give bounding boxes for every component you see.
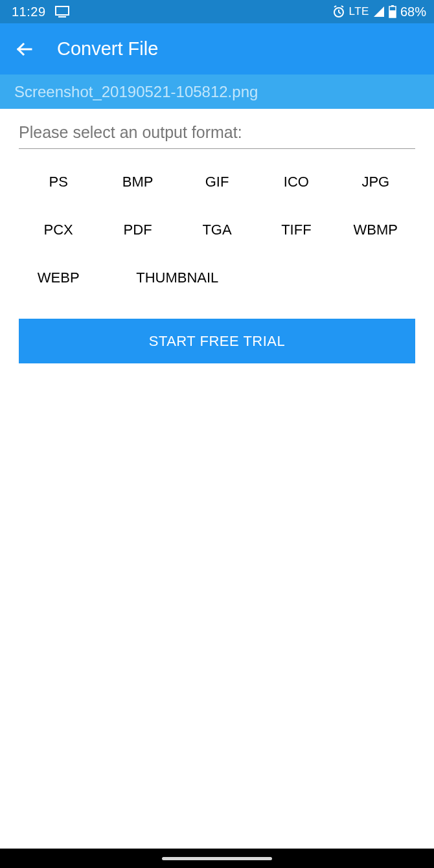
- format-option-bmp[interactable]: BMP: [98, 170, 177, 194]
- format-option-jpg[interactable]: JPG: [336, 170, 415, 194]
- format-option-tga[interactable]: TGA: [177, 218, 257, 242]
- svg-rect-0: [56, 6, 69, 15]
- format-option-wbmp[interactable]: WBMP: [336, 218, 415, 242]
- alarm-icon: [332, 5, 345, 18]
- network-type: LTE: [349, 5, 369, 18]
- svg-rect-1: [58, 16, 66, 17]
- format-option-thumbnail[interactable]: THUMBNAIL: [98, 266, 257, 290]
- filename-text: Screenshot_20190521-105812.png: [14, 83, 258, 101]
- signal-icon: [373, 6, 385, 17]
- format-grid: PS BMP GIF ICO JPG PCX PDF TGA TIFF WBMP…: [19, 170, 415, 290]
- back-icon[interactable]: [16, 40, 34, 58]
- format-option-pcx[interactable]: PCX: [19, 218, 98, 242]
- format-option-webp[interactable]: WEBP: [19, 266, 98, 290]
- svg-line-6: [341, 6, 343, 7]
- start-free-trial-button[interactable]: START FREE TRIAL: [19, 319, 415, 363]
- filename-strip: Screenshot_20190521-105812.png: [0, 74, 434, 109]
- format-option-ico[interactable]: ICO: [257, 170, 336, 194]
- format-option-gif[interactable]: GIF: [177, 170, 257, 194]
- prompt-text: Please select an output format:: [19, 123, 242, 141]
- system-nav-bar: [0, 849, 434, 868]
- home-indicator-icon[interactable]: [162, 857, 272, 860]
- status-bar: 11:29 LTE: [0, 0, 434, 23]
- prompt-row: Please select an output format:: [19, 123, 415, 149]
- battery-percent: 68%: [400, 5, 426, 19]
- page-title: Convert File: [57, 38, 158, 60]
- format-option-pdf[interactable]: PDF: [98, 218, 177, 242]
- app-bar: Convert File: [0, 23, 434, 74]
- format-option-ps[interactable]: PS: [19, 170, 98, 194]
- svg-line-4: [339, 12, 341, 14]
- svg-line-5: [334, 6, 336, 7]
- svg-rect-9: [389, 10, 396, 17]
- screen-cast-icon: [55, 6, 69, 17]
- format-option-tiff[interactable]: TIFF: [257, 218, 336, 242]
- battery-icon: [389, 5, 396, 18]
- status-time: 11:29: [12, 5, 46, 19]
